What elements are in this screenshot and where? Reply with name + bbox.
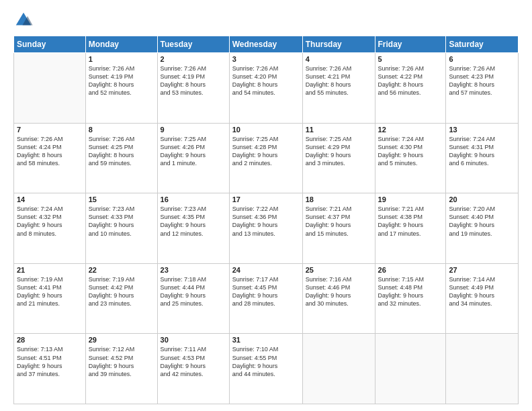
logo-icon [13, 10, 34, 30]
calendar-cell: 15Sunrise: 7:23 AM Sunset: 4:33 PM Dayli… [85, 193, 157, 264]
cell-content: Sunrise: 7:12 AM Sunset: 4:52 PM Dayligh… [89, 345, 154, 378]
calendar-cell: 21Sunrise: 7:19 AM Sunset: 4:41 PM Dayli… [14, 263, 86, 334]
day-number: 1 [89, 55, 154, 63]
header [13, 10, 519, 30]
calendar-table: SundayMondayTuesdayWednesdayThursdayFrid… [13, 36, 519, 404]
cell-content: Sunrise: 7:18 AM Sunset: 4:44 PM Dayligh… [161, 275, 226, 308]
day-number: 19 [378, 195, 443, 203]
calendar-cell: 23Sunrise: 7:18 AM Sunset: 4:44 PM Dayli… [157, 263, 229, 334]
page: SundayMondayTuesdayWednesdayThursdayFrid… [0, 0, 532, 411]
day-number: 18 [306, 195, 372, 203]
col-header-thursday: Thursday [302, 36, 375, 53]
day-number: 14 [17, 195, 83, 203]
day-number: 3 [232, 55, 300, 63]
calendar-cell: 14Sunrise: 7:24 AM Sunset: 4:32 PM Dayli… [14, 193, 86, 264]
cell-content: Sunrise: 7:24 AM Sunset: 4:31 PM Dayligh… [449, 135, 515, 168]
day-number: 7 [17, 126, 83, 134]
week-row-3: 21Sunrise: 7:19 AM Sunset: 4:41 PM Dayli… [14, 263, 519, 334]
col-header-sunday: Sunday [14, 36, 86, 53]
cell-content: Sunrise: 7:21 AM Sunset: 4:37 PM Dayligh… [306, 205, 372, 238]
calendar-cell: 16Sunrise: 7:23 AM Sunset: 4:35 PM Dayli… [157, 193, 229, 264]
day-number: 16 [161, 195, 226, 203]
cell-content: Sunrise: 7:25 AM Sunset: 4:28 PM Dayligh… [232, 135, 300, 168]
col-header-saturday: Saturday [446, 36, 519, 53]
cell-content: Sunrise: 7:15 AM Sunset: 4:48 PM Dayligh… [378, 275, 443, 308]
day-number: 25 [306, 266, 372, 274]
day-number: 21 [17, 266, 83, 274]
cell-content: Sunrise: 7:17 AM Sunset: 4:45 PM Dayligh… [232, 275, 300, 308]
calendar-body: 1Sunrise: 7:26 AM Sunset: 4:19 PM Daylig… [14, 53, 519, 404]
week-row-2: 14Sunrise: 7:24 AM Sunset: 4:32 PM Dayli… [14, 193, 519, 264]
day-number: 22 [89, 266, 154, 274]
cell-content: Sunrise: 7:14 AM Sunset: 4:49 PM Dayligh… [449, 275, 515, 308]
cell-content: Sunrise: 7:26 AM Sunset: 4:21 PM Dayligh… [306, 64, 372, 97]
col-header-tuesday: Tuesday [157, 36, 229, 53]
calendar-cell: 31Sunrise: 7:10 AM Sunset: 4:55 PM Dayli… [229, 334, 302, 404]
day-number: 20 [449, 195, 515, 203]
cell-content: Sunrise: 7:20 AM Sunset: 4:40 PM Dayligh… [449, 205, 515, 238]
week-row-0: 1Sunrise: 7:26 AM Sunset: 4:19 PM Daylig… [14, 53, 519, 124]
day-number: 28 [17, 336, 83, 344]
calendar-cell: 19Sunrise: 7:21 AM Sunset: 4:38 PM Dayli… [375, 193, 446, 264]
header-row: SundayMondayTuesdayWednesdayThursdayFrid… [14, 36, 519, 53]
cell-content: Sunrise: 7:26 AM Sunset: 4:19 PM Dayligh… [161, 64, 226, 97]
calendar-cell: 13Sunrise: 7:24 AM Sunset: 4:31 PM Dayli… [446, 123, 519, 193]
cell-content: Sunrise: 7:23 AM Sunset: 4:35 PM Dayligh… [161, 205, 226, 238]
cell-content: Sunrise: 7:19 AM Sunset: 4:41 PM Dayligh… [17, 275, 83, 308]
cell-content: Sunrise: 7:22 AM Sunset: 4:36 PM Dayligh… [232, 205, 300, 238]
cell-content: Sunrise: 7:21 AM Sunset: 4:38 PM Dayligh… [378, 205, 443, 238]
cell-content: Sunrise: 7:26 AM Sunset: 4:25 PM Dayligh… [89, 135, 154, 168]
day-number: 27 [449, 266, 515, 274]
calendar-cell: 18Sunrise: 7:21 AM Sunset: 4:37 PM Dayli… [302, 193, 375, 264]
calendar-cell: 3Sunrise: 7:26 AM Sunset: 4:20 PM Daylig… [229, 53, 302, 124]
cell-content: Sunrise: 7:26 AM Sunset: 4:20 PM Dayligh… [232, 64, 300, 97]
day-number: 31 [232, 336, 300, 344]
day-number: 4 [306, 55, 372, 63]
cell-content: Sunrise: 7:26 AM Sunset: 4:19 PM Dayligh… [89, 64, 154, 97]
calendar-header: SundayMondayTuesdayWednesdayThursdayFrid… [14, 36, 519, 53]
cell-content: Sunrise: 7:25 AM Sunset: 4:26 PM Dayligh… [161, 135, 226, 168]
day-number: 24 [232, 266, 300, 274]
cell-content: Sunrise: 7:26 AM Sunset: 4:24 PM Dayligh… [17, 135, 83, 168]
calendar-cell [14, 53, 86, 124]
day-number: 12 [378, 126, 443, 134]
day-number: 11 [306, 126, 372, 134]
day-number: 5 [378, 55, 443, 63]
calendar-cell: 2Sunrise: 7:26 AM Sunset: 4:19 PM Daylig… [157, 53, 229, 124]
cell-content: Sunrise: 7:23 AM Sunset: 4:33 PM Dayligh… [89, 205, 154, 238]
calendar-cell: 9Sunrise: 7:25 AM Sunset: 4:26 PM Daylig… [157, 123, 229, 193]
calendar-cell: 25Sunrise: 7:16 AM Sunset: 4:46 PM Dayli… [302, 263, 375, 334]
col-header-wednesday: Wednesday [229, 36, 302, 53]
day-number: 17 [232, 195, 300, 203]
calendar-cell [302, 334, 375, 404]
calendar-cell [446, 334, 519, 404]
calendar-cell: 6Sunrise: 7:26 AM Sunset: 4:23 PM Daylig… [446, 53, 519, 124]
cell-content: Sunrise: 7:10 AM Sunset: 4:55 PM Dayligh… [232, 345, 300, 378]
cell-content: Sunrise: 7:11 AM Sunset: 4:53 PM Dayligh… [161, 345, 226, 378]
calendar-cell: 22Sunrise: 7:19 AM Sunset: 4:42 PM Dayli… [85, 263, 157, 334]
cell-content: Sunrise: 7:24 AM Sunset: 4:32 PM Dayligh… [17, 205, 83, 238]
calendar-cell: 12Sunrise: 7:24 AM Sunset: 4:30 PM Dayli… [375, 123, 446, 193]
calendar-cell: 5Sunrise: 7:26 AM Sunset: 4:22 PM Daylig… [375, 53, 446, 124]
calendar-cell: 29Sunrise: 7:12 AM Sunset: 4:52 PM Dayli… [85, 334, 157, 404]
calendar-cell: 11Sunrise: 7:25 AM Sunset: 4:29 PM Dayli… [302, 123, 375, 193]
cell-content: Sunrise: 7:16 AM Sunset: 4:46 PM Dayligh… [306, 275, 372, 308]
calendar-cell [375, 334, 446, 404]
calendar-cell: 28Sunrise: 7:13 AM Sunset: 4:51 PM Dayli… [14, 334, 86, 404]
calendar-cell: 10Sunrise: 7:25 AM Sunset: 4:28 PM Dayli… [229, 123, 302, 193]
calendar-cell: 24Sunrise: 7:17 AM Sunset: 4:45 PM Dayli… [229, 263, 302, 334]
logo [13, 10, 36, 30]
cell-content: Sunrise: 7:24 AM Sunset: 4:30 PM Dayligh… [378, 135, 443, 168]
calendar-cell: 1Sunrise: 7:26 AM Sunset: 4:19 PM Daylig… [85, 53, 157, 124]
day-number: 13 [449, 126, 515, 134]
day-number: 9 [161, 126, 226, 134]
calendar-cell: 20Sunrise: 7:20 AM Sunset: 4:40 PM Dayli… [446, 193, 519, 264]
calendar-cell: 4Sunrise: 7:26 AM Sunset: 4:21 PM Daylig… [302, 53, 375, 124]
day-number: 8 [89, 126, 154, 134]
day-number: 2 [161, 55, 226, 63]
day-number: 30 [161, 336, 226, 344]
cell-content: Sunrise: 7:25 AM Sunset: 4:29 PM Dayligh… [306, 135, 372, 168]
day-number: 6 [449, 55, 515, 63]
calendar-cell: 30Sunrise: 7:11 AM Sunset: 4:53 PM Dayli… [157, 334, 229, 404]
cell-content: Sunrise: 7:26 AM Sunset: 4:23 PM Dayligh… [449, 64, 515, 97]
